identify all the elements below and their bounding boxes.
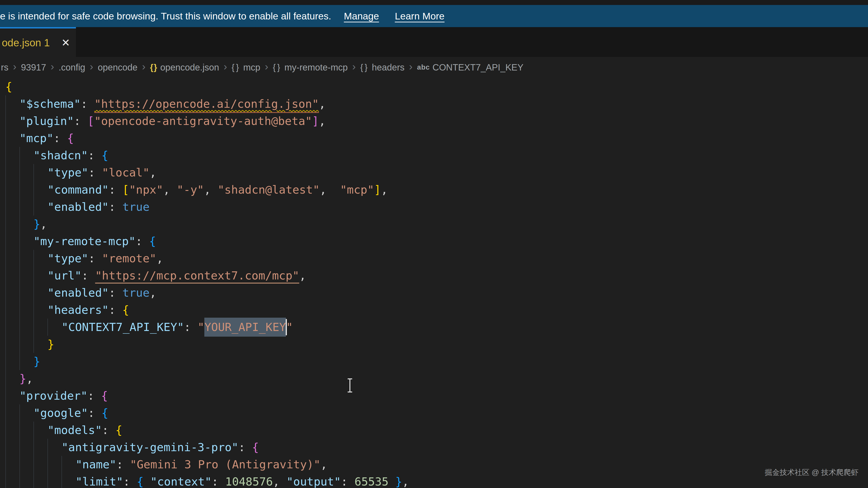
token: : [88, 389, 101, 402]
token: "$schema" [20, 97, 81, 110]
token: } [33, 355, 40, 368]
token: { [252, 441, 259, 454]
breadcrumb-separator: › [142, 60, 145, 72]
indent-guide [33, 422, 48, 439]
token: "mcp" [20, 132, 54, 145]
breadcrumb-item[interactable]: opencode [98, 62, 137, 72]
token: ] [374, 183, 381, 196]
indent-guide [5, 319, 20, 336]
breadcrumb-item[interactable]: rs [1, 62, 8, 72]
token: { [67, 132, 74, 145]
code-line-14[interactable]: "headers": { [5, 301, 868, 319]
code-line-8[interactable]: "enabled": true [5, 198, 868, 216]
indent-guide [5, 198, 20, 216]
code-line-9[interactable]: }, [5, 216, 868, 233]
code-line-2[interactable]: "$schema": "https://opencode.ai/config.j… [5, 95, 868, 112]
token: { [5, 80, 12, 93]
indent-guide [5, 387, 20, 404]
title-bar [0, 0, 868, 5]
breadcrumb-item[interactable]: 93917 [21, 62, 46, 72]
code-line-11[interactable]: "type": "remote", [5, 250, 868, 267]
breadcrumb-item[interactable]: {}opencode.json [150, 62, 219, 72]
tab-bar: ode.json 1 ✕ [0, 27, 868, 57]
indent-guide [20, 164, 33, 181]
code-line-16[interactable]: } [5, 336, 868, 353]
code-line-12[interactable]: "url": "https://mcp.context7.com/mcp", [5, 267, 868, 284]
token: , [299, 269, 306, 282]
breadcrumb-separator: › [13, 60, 16, 72]
code-line-13[interactable]: "enabled": true, [5, 284, 868, 301]
code-line-19[interactable]: "provider": { [5, 387, 868, 404]
breadcrumb-item[interactable]: .config [59, 62, 85, 72]
code-line-6[interactable]: "type": "local", [5, 164, 868, 181]
selected-text: YOUR_API_KEY [204, 318, 286, 337]
code-line-20[interactable]: "google": { [5, 404, 868, 422]
code-line-1[interactable]: { [5, 78, 868, 95]
token: 1048576 [225, 475, 273, 488]
indent-guide [33, 301, 48, 319]
code-line-4[interactable]: "mcp": { [5, 130, 868, 147]
token: { [116, 424, 122, 437]
token: "name" [75, 458, 116, 471]
indent-guide [20, 198, 33, 216]
indent-guide [33, 284, 48, 301]
token: "google" [33, 406, 88, 420]
breadcrumb-item[interactable]: abcCONTEXT7_API_KEY [417, 62, 524, 72]
code-line-24[interactable]: "limit": { "context": 1048576, "output":… [5, 473, 868, 488]
breadcrumb-label: 93917 [21, 62, 46, 72]
breadcrumb-item[interactable]: {}headers [360, 62, 405, 72]
token: : [212, 475, 225, 488]
token: "type" [48, 252, 88, 265]
code-line-21[interactable]: "models": { [5, 422, 868, 439]
token: true [122, 200, 149, 214]
indent-guide [33, 473, 48, 488]
token: , [402, 475, 409, 488]
indent-guide [20, 181, 33, 198]
code-line-17[interactable]: } [5, 353, 868, 370]
token: { [137, 475, 144, 488]
token: "Gemini 3 Pro (Antigravity)" [130, 458, 320, 471]
indent-guide [33, 456, 48, 473]
token: } [395, 475, 402, 488]
code-line-7[interactable]: "command": ["npx", "-y", "shadcn@latest"… [5, 181, 868, 198]
indent-guide [5, 353, 20, 370]
indent-guide [5, 422, 20, 439]
code-line-22[interactable]: "antigravity-gemini-3-pro": { [5, 439, 868, 456]
token: "enabled" [48, 286, 109, 299]
token: { [149, 235, 156, 248]
learn-more-link[interactable]: Learn More [395, 11, 445, 22]
breadcrumb-item[interactable]: {}my-remote-mcp [273, 62, 348, 72]
close-icon[interactable]: ✕ [61, 37, 70, 48]
token: , [204, 183, 217, 196]
code-line-18[interactable]: }, [5, 370, 868, 387]
tab-bar-empty-space [76, 27, 868, 57]
indent-guide [20, 301, 33, 319]
indent-guide [20, 439, 33, 456]
indent-guide [5, 216, 20, 233]
breadcrumb: rs›93917›.config›opencode›{}opencode.jso… [0, 57, 868, 78]
code-line-15[interactable]: "CONTEXT7_API_KEY": "YOUR_API_KEY" [5, 319, 868, 336]
tab-opencode-json[interactable]: ode.json 1 ✕ [0, 27, 76, 57]
code-line-3[interactable]: "plugin": ["opencode-antigravity-auth@be… [5, 112, 868, 130]
indent-guide [5, 370, 20, 387]
code-area[interactable]: {"$schema": "https://opencode.ai/config.… [0, 78, 868, 488]
manage-link[interactable]: Manage [344, 11, 379, 22]
token: , [320, 183, 340, 196]
code-line-23[interactable]: "name": "Gemini 3 Pro (Antigravity)", [5, 456, 868, 473]
code-line-10[interactable]: "my-remote-mcp": { [5, 233, 868, 250]
token: } [48, 338, 54, 351]
token: "remote" [102, 252, 156, 265]
code-line-5[interactable]: "shadcn": { [5, 147, 868, 164]
object-symbol-icon: {} [232, 63, 241, 72]
breadcrumb-separator: › [51, 60, 54, 72]
token: : [109, 286, 122, 299]
indent-guide [20, 319, 33, 336]
vscode-window: e is intended for safe code browsing. Tr… [0, 0, 868, 488]
indent-guide [48, 439, 61, 456]
breadcrumb-item[interactable]: {}mcp [232, 62, 260, 72]
indent-guide [5, 164, 20, 181]
indent-guide [33, 267, 48, 284]
token: : [341, 475, 354, 488]
indent-guide [20, 336, 33, 353]
indent-guide [5, 456, 20, 473]
